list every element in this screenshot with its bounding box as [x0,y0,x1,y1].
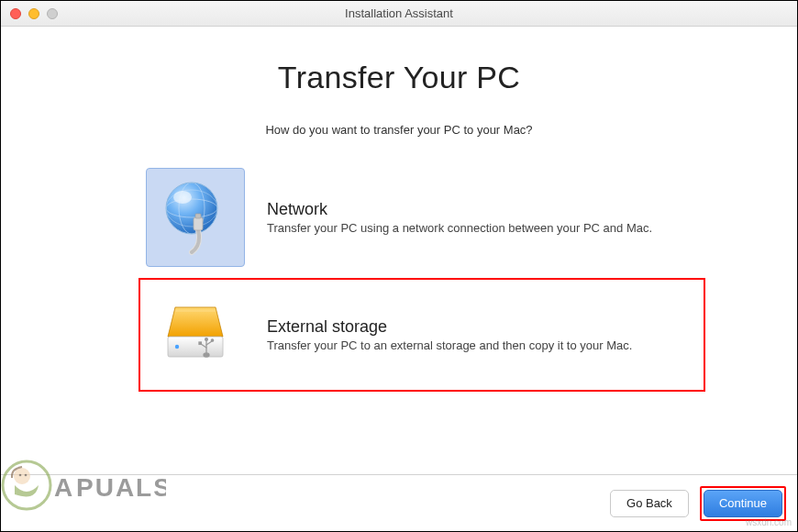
content-area: Transfer Your PC How do you want to tran… [1,27,797,456]
svg-rect-7 [195,214,201,218]
svg-rect-14 [199,342,201,344]
go-back-button[interactable]: Go Back [610,490,689,517]
option-network-desc: Transfer your PC using a network connect… [267,221,698,235]
svg-point-5 [173,191,192,204]
titlebar: Installation Assistant [1,1,797,27]
window-controls [10,8,58,19]
option-network-title: Network [267,200,698,219]
footer: Go Back Continue [1,474,797,531]
options-list: Network Transfer your PC using a network… [139,161,705,392]
svg-point-13 [205,338,208,341]
option-external-text: External storage Transfer your PC to an … [267,317,698,352]
minimize-icon[interactable] [28,8,39,19]
continue-highlight: Continue [700,486,786,521]
svg-point-15 [211,339,213,341]
svg-point-11 [175,345,179,349]
continue-button[interactable]: Continue [704,490,782,517]
option-network[interactable]: Network Transfer your PC using a network… [139,161,705,274]
page-subtitle: How do you want to transfer your PC to y… [56,123,742,137]
svg-rect-6 [194,217,203,230]
option-external-title: External storage [267,317,698,337]
network-icon [146,168,245,267]
external-storage-icon [146,285,245,384]
maximize-icon [47,8,58,19]
option-external-storage[interactable]: External storage Transfer your PC to an … [139,278,705,392]
svg-marker-8 [168,307,223,337]
close-icon[interactable] [10,8,21,19]
window-title: Installation Assistant [1,6,797,20]
page-title: Transfer Your PC [56,60,742,95]
option-external-desc: Transfer your PC to an external storage … [267,338,698,352]
option-network-text: Network Transfer your PC using a network… [267,200,698,235]
